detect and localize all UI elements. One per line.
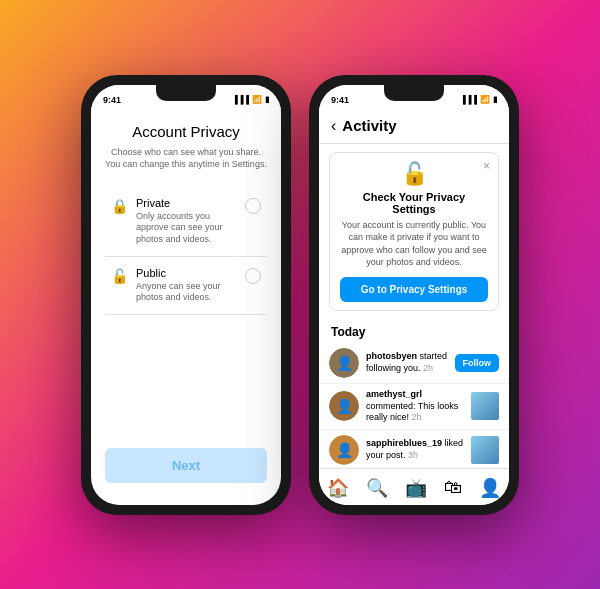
private-label: Private [136,197,237,209]
right-wifi-icon: 📶 [480,95,490,104]
bottom-nav: 🏠 🔍 📺 🛍 👤 [319,468,509,505]
privacy-content: Account Privacy Choose who can see what … [91,111,281,505]
wifi-icon: 📶 [252,95,262,104]
right-notch [384,85,444,101]
public-desc: Anyone can see your photos and videos. [136,281,237,304]
right-signal-icon: ▐▐▐ [460,95,477,104]
post-thumbnail [471,436,499,464]
private-option[interactable]: 🔒 Private Only accounts you approve can … [105,187,267,257]
activity-list: 👤 photosbyen started following you. 2h F… [319,343,509,468]
item-text: photosbyen started following you. 2h [366,351,448,374]
follow-button[interactable]: Follow [455,354,500,372]
list-item: 👤 sapphireblues_19 liked your post. 3h [319,430,509,468]
reels-nav-icon[interactable]: 📺 [405,477,427,499]
notch [156,85,216,101]
item-username: photosbyen [366,351,417,361]
status-icons: ▐▐▐ 📶 ▮ [232,95,269,104]
search-nav-icon[interactable]: 🔍 [366,477,388,499]
right-time: 9:41 [331,95,349,105]
item-time: 2h [423,363,433,373]
go-to-privacy-button[interactable]: Go to Privacy Settings [340,277,488,302]
shop-nav-icon[interactable]: 🛍 [444,477,462,498]
list-item: 👤 photosbyen started following you. 2h F… [319,343,509,384]
back-button[interactable]: ‹ [331,117,336,135]
item-username: sapphireblues_19 [366,438,442,448]
public-option[interactable]: 🔓 Public Anyone can see your photos and … [105,257,267,315]
lock-icon-wrap: 🔓 [340,161,488,187]
unlock-icon: 🔓 [111,268,128,284]
today-label: Today [319,319,509,343]
right-status-icons: ▐▐▐ 📶 ▮ [460,95,497,104]
battery-icon: ▮ [265,95,269,104]
private-radio[interactable] [245,198,261,214]
right-battery-icon: ▮ [493,95,497,104]
left-phone: 9:41 ▐▐▐ 📶 ▮ Account Privacy Choose who … [81,75,291,515]
avatar-img: 👤 [329,391,359,421]
avatar: 👤 [329,348,359,378]
avatar-img: 👤 [329,348,359,378]
activity-content: ‹ Activity × 🔓 Check Your Privacy Settin… [319,111,509,505]
card-lock-icon: 🔓 [401,161,428,187]
profile-nav-icon[interactable]: 👤 [479,477,501,499]
signal-icon: ▐▐▐ [232,95,249,104]
avatar: 👤 [329,435,359,465]
activity-header: ‹ Activity [319,111,509,144]
private-text: Private Only accounts you approve can se… [136,197,237,246]
list-item: 👤 amethyst_grl commented: This looks rea… [319,384,509,430]
card-desc: Your account is currently public. You ca… [340,219,488,269]
item-text: amethyst_grl commented: This looks reall… [366,389,464,424]
public-radio[interactable] [245,268,261,284]
avatar-img: 👤 [329,435,359,465]
avatar: 👤 [329,391,359,421]
activity-title: Activity [342,117,396,134]
public-label: Public [136,267,237,279]
privacy-card: × 🔓 Check Your Privacy Settings Your acc… [329,152,499,311]
right-phone: 9:41 ▐▐▐ 📶 ▮ ‹ Activity × 🔓 Check Your P… [309,75,519,515]
item-text: sapphireblues_19 liked your post. 3h [366,438,464,461]
post-thumbnail [471,392,499,420]
public-text: Public Anyone can see your photos and vi… [136,267,237,304]
item-time: 2h [412,412,422,422]
left-status-bar: 9:41 ▐▐▐ 📶 ▮ [91,85,281,111]
next-button[interactable]: Next [105,448,267,483]
right-status-bar: 9:41 ▐▐▐ 📶 ▮ [319,85,509,111]
privacy-page-title: Account Privacy [132,123,240,140]
home-nav-icon[interactable]: 🏠 [327,477,349,499]
lock-icon: 🔒 [111,198,128,214]
item-time: 3h [408,450,418,460]
card-title: Check Your Privacy Settings [340,191,488,215]
close-button[interactable]: × [483,159,490,173]
left-time: 9:41 [103,95,121,105]
privacy-subtitle: Choose who can see what you share. You c… [105,146,267,171]
private-desc: Only accounts you approve can see your p… [136,211,237,246]
item-username: amethyst_grl [366,389,422,399]
